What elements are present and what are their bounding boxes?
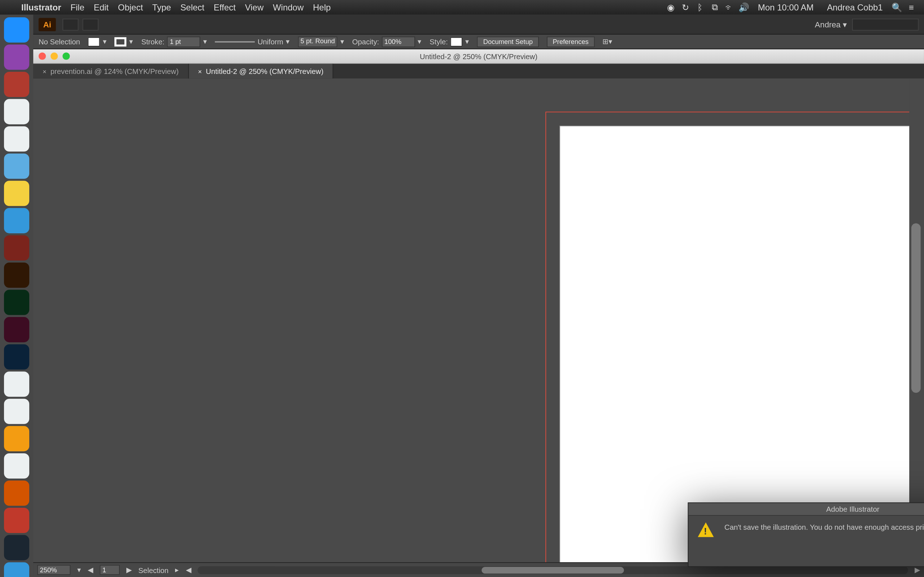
workspace-switcher[interactable]: Andrea ▾ [815,19,847,29]
document-tab[interactable]: ×prevention.ai @ 124% (CMYK/Preview) [33,64,189,79]
dock-safari-alt[interactable] [4,72,29,97]
close-tab-icon[interactable]: × [43,68,47,75]
search-field[interactable] [852,18,919,30]
dock-app4[interactable] [4,508,29,533]
brush-select[interactable]: 5 pt. Round [298,36,338,47]
dock-preview[interactable] [4,154,29,179]
scrollbar-thumb[interactable] [911,224,921,393]
window-controls [39,53,70,60]
dock-illustrator[interactable] [4,263,29,288]
menubar-user[interactable]: Andrea Cobb1 [827,2,883,12]
close-tab-icon[interactable]: × [198,68,202,75]
document-titlebar: Untitled-2 @ 250% (CMYK/Preview) [33,49,924,64]
menu-type[interactable]: Type [152,2,171,12]
zoom-input[interactable] [37,565,70,575]
ai-logo: Ai [39,18,56,31]
menu-file[interactable]: File [70,2,84,12]
wifi-icon[interactable]: ᯤ [722,2,737,12]
tab-label: prevention.ai @ 124% (CMYK/Preview) [50,67,179,75]
stroke-swatch[interactable] [115,37,127,46]
dock-acrobat[interactable] [4,371,29,397]
dock-app1[interactable] [4,235,29,260]
dropbox-icon[interactable]: ⧉ [708,2,722,13]
dock-app3[interactable] [4,480,29,506]
artboard-next-icon[interactable]: ▶ [126,566,132,574]
arrange-button[interactable] [82,18,99,30]
dock-photoshop[interactable] [4,344,29,370]
dialog-message: Can't save the illustration. You do not … [724,522,924,537]
style-swatch[interactable] [451,37,462,46]
dock-appstore[interactable] [4,562,29,577]
minimize-window-button[interactable] [50,53,58,60]
selection-status: No Selection [39,37,80,45]
opacity-label: Opacity: [352,37,379,45]
dock-itunes[interactable] [4,453,29,479]
dock-finder[interactable] [4,17,29,43]
warning-icon [698,522,714,537]
volume-icon[interactable]: 🔊 [737,2,751,12]
app-bar: Ai Andrea ▾ [33,15,924,35]
stroke-label: Stroke: [141,37,164,45]
artboard-prev-icon[interactable]: ◀ [88,566,93,574]
canvas[interactable] [33,78,909,562]
zoom-window-button[interactable] [63,53,69,60]
status-dropdown-icon[interactable]: ▸ [175,566,179,574]
dialog-title: Adobe Illustrator [689,503,924,516]
bt-icon[interactable]: ᛒ [693,2,708,12]
dock-safari[interactable] [4,208,29,233]
align-artboard-icon[interactable]: ⊞▾ [603,37,612,46]
artboard[interactable] [560,126,909,562]
error-dialog: Adobe Illustrator Can't save the illustr… [688,502,924,577]
menu-window[interactable]: Window [273,2,304,12]
vertical-scrollbar[interactable] [909,78,924,562]
document-tabs: ×prevention.ai @ 124% (CMYK/Preview) ×Un… [33,64,924,79]
hscroll-left-icon[interactable]: ◀ [186,566,191,574]
stroke-profile-label: Uniform [258,37,283,45]
dock-dreamweaver[interactable] [4,290,29,315]
sync-icon[interactable]: ↻ [678,2,693,12]
stroke-weight-input[interactable] [167,36,200,47]
menubar-clock[interactable]: Mon 10:00 AM [758,2,814,12]
document-title: Untitled-2 @ 250% (CMYK/Preview) [420,52,538,60]
menu-edit[interactable]: Edit [94,2,109,12]
dock-pages[interactable] [4,399,29,424]
fill-swatch[interactable] [88,37,100,46]
dock-animate[interactable] [4,535,29,561]
dock-textedit[interactable] [4,99,29,124]
control-bar: No Selection ▾ ▾ Stroke: ▾ Uniform▾ 5 pt… [33,35,924,49]
dock-app2[interactable] [4,426,29,451]
tab-label: Untitled-2 @ 250% (CMYK/Preview) [206,67,323,75]
stroke-profile[interactable] [215,41,255,42]
dock-indesign[interactable] [4,317,29,342]
document-setup-button[interactable]: Document Setup [477,36,538,47]
dock-chrome[interactable] [4,181,29,206]
style-label: Style: [430,37,448,45]
current-tool: Selection [138,566,168,574]
close-window-button[interactable] [39,53,46,60]
dock: 🗑 [0,15,33,577]
zoom-dropdown-icon[interactable]: ▾ [77,566,81,574]
scrollbar-thumb[interactable] [482,567,624,573]
bridge-button[interactable] [63,18,78,30]
app-menu[interactable]: Illustrator [21,2,61,12]
dock-calendar[interactable] [4,126,29,152]
menu-select[interactable]: Select [181,2,205,12]
artboard-nav-input[interactable] [100,565,120,575]
spotlight-icon[interactable]: 🔍 [889,2,904,12]
menu-view[interactable]: View [245,2,264,12]
mac-menubar: Illustrator File Edit Object Type Select… [0,0,924,15]
menu-object[interactable]: Object [118,2,143,12]
document-tab[interactable]: ×Untitled-2 @ 250% (CMYK/Preview) [189,64,333,79]
notifications-icon[interactable]: ≡ [904,2,919,12]
menu-help[interactable]: Help [313,2,331,12]
menu-effect[interactable]: Effect [214,2,236,12]
cc-icon[interactable]: ◉ [663,2,678,12]
preferences-button[interactable]: Preferences [547,36,595,47]
dock-launchpad[interactable] [4,44,29,69]
opacity-input[interactable] [382,36,415,47]
